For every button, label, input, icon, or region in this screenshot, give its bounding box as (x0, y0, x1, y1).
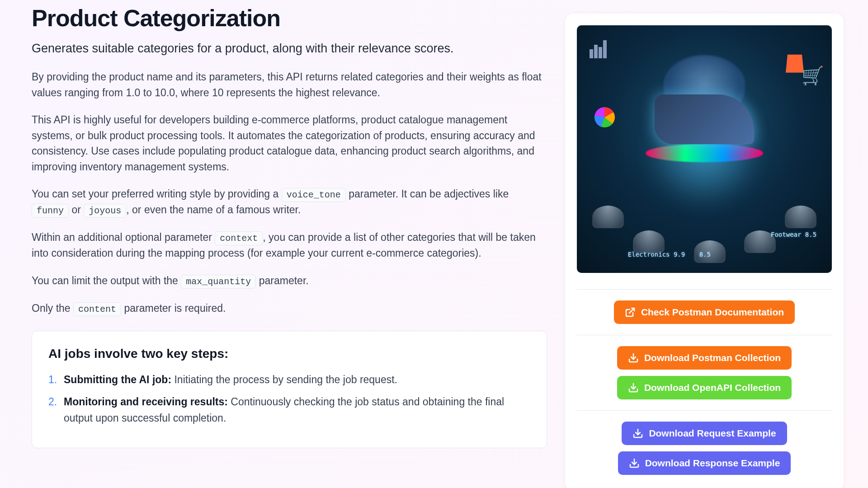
hero-label: 8.5 (699, 251, 711, 258)
button-group: Download Postman Collection Download Ope… (577, 335, 832, 410)
text: , or even the name of a famous writer. (126, 204, 301, 216)
code-content: content (73, 302, 121, 316)
shopping-bag-icon (786, 50, 804, 73)
check-postman-button[interactable]: Check Postman Documentation (614, 300, 795, 324)
paragraph: You can limit the output with the max_qu… (32, 273, 547, 289)
text: Within an additional optional parameter (32, 231, 215, 243)
button-group: Check Postman Documentation (577, 289, 832, 335)
platform-graphic (646, 144, 763, 162)
code-max-quantity: max_quantity (181, 275, 256, 289)
page-subtitle: Generates suitable categories for a prod… (32, 42, 547, 56)
download-icon (632, 428, 643, 439)
hero-label: Electronics 9.9 (628, 251, 685, 258)
sidebar: 🛒 Electronics 9.9 8.5 Footwear 8.5 Check… (565, 14, 844, 488)
button-label: Download OpenAPI Collection (644, 382, 781, 393)
download-icon (629, 458, 640, 469)
text: parameter is required. (121, 302, 226, 314)
paragraph: By providing the product name and its pa… (32, 69, 547, 100)
steps-card: AI jobs involve two key steps: Submittin… (32, 331, 547, 449)
svg-line-0 (629, 308, 634, 313)
paragraph: Only the content parameter is required. (32, 300, 547, 316)
pie-chart-icon (594, 107, 615, 127)
button-label: Check Postman Documentation (641, 307, 784, 318)
code-context: context (215, 231, 263, 245)
button-label: Download Postman Collection (644, 352, 781, 363)
code-joyous: joyous (84, 204, 126, 218)
pedestal-graphic (785, 206, 816, 228)
step-bold: Monitoring and receiving results: (64, 396, 228, 408)
text: You can limit the output with the (32, 275, 181, 286)
paragraph: You can set your preferred writing style… (32, 186, 547, 218)
download-icon (628, 382, 639, 393)
button-label: Download Response Example (645, 458, 780, 469)
steps-heading: AI jobs involve two key steps: (48, 347, 530, 361)
button-group: Download Request Example Download Respon… (577, 410, 832, 479)
download-request-button[interactable]: Download Request Example (622, 422, 787, 445)
hero-image: 🛒 Electronics 9.9 8.5 Footwear 8.5 (577, 25, 832, 273)
download-openapi-button[interactable]: Download OpenAPI Collection (617, 376, 792, 399)
external-link-icon (625, 307, 636, 318)
main-content: Product Categorization Generates suitabl… (32, 5, 547, 488)
pedestal-graphic (592, 206, 624, 228)
download-postman-button[interactable]: Download Postman Collection (617, 346, 792, 370)
step-item: Submitting the AI job: Initiating the pr… (48, 372, 530, 388)
step-item: Monitoring and receiving results: Contin… (48, 394, 530, 426)
text: or (69, 204, 84, 216)
download-icon (628, 352, 639, 363)
paragraph: This API is highly useful for developers… (32, 112, 547, 174)
download-response-button[interactable]: Download Response Example (618, 451, 791, 475)
hero-label: Footwear 8.5 (771, 231, 816, 238)
code-voice-tone: voice_tone (282, 188, 346, 202)
bar-chart-icon (590, 40, 612, 63)
pedestal-graphic (633, 230, 665, 253)
text: Only the (32, 302, 73, 314)
button-label: Download Request Example (649, 428, 776, 439)
text: parameter. It can be adjectives like (346, 188, 509, 200)
page-title: Product Categorization (32, 5, 547, 32)
text: parameter. (256, 275, 308, 286)
paragraph: Within an additional optional parameter … (32, 230, 547, 261)
shoe-graphic (655, 94, 754, 144)
step-bold: Submitting the AI job: (64, 374, 171, 385)
text: You can set your preferred writing style… (32, 188, 282, 200)
shopping-cart-icon: 🛒 (802, 65, 824, 86)
step-rest: Initiating the process by sending the jo… (171, 374, 397, 385)
code-funny: funny (32, 204, 69, 218)
